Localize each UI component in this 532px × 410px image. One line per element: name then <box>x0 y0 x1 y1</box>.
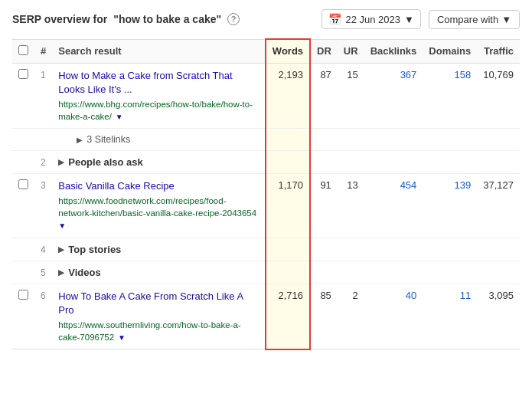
row-domains: 139 <box>423 174 477 238</box>
row-backlinks: 40 <box>364 284 423 349</box>
row-checkbox-cell <box>12 284 34 349</box>
row-checkbox[interactable] <box>18 179 28 189</box>
paa-num: 2 <box>34 151 52 174</box>
videos-row: 5▶ Videos <box>12 261 520 284</box>
sitelinks-empty-col <box>423 129 477 151</box>
row-num: 1 <box>34 63 52 129</box>
sitelinks-empty-col <box>477 129 520 151</box>
sitelinks-cell: ▶ 3 Sitelinks <box>52 129 266 151</box>
url-dropdown-arrow[interactable]: ▼ <box>116 333 126 342</box>
table-row: 6How To Bake A Cake From Scratch Like A … <box>12 284 520 349</box>
select-all-checkbox[interactable] <box>18 45 28 55</box>
row-domains: 11 <box>423 284 477 349</box>
row-result-cell: How to Make a Cake from Scratch That Loo… <box>52 63 266 129</box>
row-checkbox[interactable] <box>18 290 28 300</box>
top-stories-label: Top stories <box>68 244 121 255</box>
row-checkbox-cell <box>12 174 34 238</box>
row-traffic: 10,769 <box>477 63 520 129</box>
row-ur: 13 <box>338 174 364 238</box>
result-title-link[interactable]: How To Bake A Cake From Scratch Like A P… <box>58 290 259 317</box>
col-header-num: # <box>34 39 52 63</box>
videos-num: 5 <box>34 261 52 284</box>
col-header-checkbox <box>12 39 34 63</box>
row-result-cell: Basic Vanilla Cake Recipehttps://www.foo… <box>52 174 266 238</box>
result-url: https://www.foodnetwork.com/recipes/food… <box>58 195 259 231</box>
result-url: https://www.southernliving.com/how-to-ba… <box>58 319 259 343</box>
col-header-backlinks: Backlinks <box>364 39 423 63</box>
sitelinks-empty-col <box>338 129 364 151</box>
paa-row: 2▶ People also ask <box>12 151 520 174</box>
top-stories-empty-col <box>310 238 338 261</box>
table-row: 1How to Make a Cake from Scratch That Lo… <box>12 63 520 129</box>
result-title-link[interactable]: How to Make a Cake from Scratch That Loo… <box>58 69 259 97</box>
result-url: https://www.bhg.com/recipes/how-to/bake/… <box>58 98 259 123</box>
paa-words <box>266 151 310 174</box>
row-result-cell: How To Bake A Cake From Scratch Like A P… <box>52 284 266 349</box>
top-stories-num: 4 <box>34 238 52 261</box>
table-header-row: # Search result Words DR UR Backlinks Do… <box>12 39 520 63</box>
row-words: 2,716 <box>266 284 310 349</box>
compare-button[interactable]: Compare with ▼ <box>429 10 520 29</box>
row-backlinks: 454 <box>364 174 423 238</box>
row-domains: 158 <box>423 63 477 129</box>
backlinks-link[interactable]: 367 <box>400 69 417 80</box>
top-stories-expander[interactable]: ▶ Top stories <box>58 244 259 255</box>
date-dropdown-arrow: ▼ <box>404 14 414 25</box>
compare-label: Compare with <box>437 14 498 25</box>
row-words: 1,170 <box>266 174 310 238</box>
row-num: 6 <box>34 284 52 349</box>
videos-empty-col <box>423 261 477 284</box>
row-traffic: 3,095 <box>477 284 520 349</box>
row-dr: 87 <box>310 63 338 129</box>
domains-link[interactable]: 11 <box>460 290 471 301</box>
sitelinks-empty-col <box>310 129 338 151</box>
paa-label: People also ask <box>68 156 143 168</box>
row-checkbox[interactable] <box>18 69 28 79</box>
sitelinks-empty-col <box>364 129 423 151</box>
url-dropdown-arrow[interactable]: ▼ <box>58 221 66 230</box>
help-icon[interactable]: ? <box>227 13 240 25</box>
videos-label: Videos <box>68 267 100 278</box>
top-stories-empty-check <box>12 238 34 261</box>
paa-tri: ▶ <box>58 158 64 166</box>
date-filter-button[interactable]: 📅 22 Jun 2023 ▼ <box>321 9 420 29</box>
videos-empty-col <box>310 261 338 284</box>
row-dr: 85 <box>310 284 338 349</box>
top-stories-row: 4▶ Top stories <box>12 238 520 261</box>
domains-link[interactable]: 139 <box>455 179 472 191</box>
url-dropdown-arrow[interactable]: ▼ <box>113 113 123 121</box>
sitelinks-expander[interactable]: ▶ 3 Sitelinks <box>77 134 259 145</box>
paa-expander[interactable]: ▶ People also ask <box>58 156 259 168</box>
videos-words <box>266 261 310 284</box>
top-stories-empty-col <box>423 238 477 261</box>
videos-empty-col <box>364 261 423 284</box>
backlinks-link[interactable]: 40 <box>406 290 416 301</box>
compare-dropdown-arrow: ▼ <box>501 14 511 25</box>
sitelinks-label: 3 Sitelinks <box>86 134 130 145</box>
date-label: 22 Jun 2023 <box>345 14 400 25</box>
serp-table: # Search result Words DR UR Backlinks Do… <box>12 38 520 350</box>
row-backlinks: 367 <box>364 63 423 129</box>
backlinks-link[interactable]: 454 <box>400 179 417 191</box>
sitelinks-tri: ▶ <box>77 136 83 144</box>
row-num: 3 <box>34 174 52 238</box>
paa-empty-col <box>310 151 338 174</box>
header: SERP overview for "how to bake a cake" ?… <box>12 9 520 29</box>
result-title-link[interactable]: Basic Vanilla Cake Recipe <box>58 179 259 193</box>
videos-empty-col <box>338 261 364 284</box>
paa-empty-col <box>477 151 520 174</box>
paa-empty-col <box>423 151 477 174</box>
row-traffic: 37,127 <box>477 174 520 238</box>
row-ur: 2 <box>338 284 364 349</box>
col-header-search-result: Search result <box>52 39 266 63</box>
col-header-ur: UR <box>338 39 364 63</box>
paa-empty-check <box>12 151 34 174</box>
paa-empty-col <box>364 151 423 174</box>
top-stories-empty-col <box>477 238 520 261</box>
videos-cell: ▶ Videos <box>52 261 266 284</box>
col-header-traffic: Traffic <box>477 39 520 63</box>
domains-link[interactable]: 158 <box>455 69 472 80</box>
sitelinks-row: ▶ 3 Sitelinks <box>12 129 520 151</box>
videos-expander[interactable]: ▶ Videos <box>58 267 259 278</box>
top-stories-cell: ▶ Top stories <box>52 238 266 261</box>
